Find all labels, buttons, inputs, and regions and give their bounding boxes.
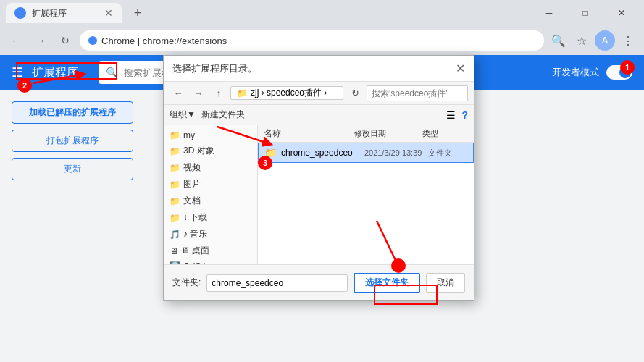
tab-label: 扩展程序 (32, 7, 67, 20)
menu-hamburger-icon[interactable]: ☰ (12, 64, 23, 80)
breadcrumb-text: zjj › speedceo插件 › (251, 87, 327, 99)
menu-icon[interactable]: ⋮ (618, 30, 638, 51)
toggle-knob (619, 67, 631, 78)
dialog-nav: ← → ↑ 📁 zjj › speedceo插件 › ↻ (164, 82, 474, 105)
tree-item[interactable]: 🖥🖥 桌面 (164, 243, 257, 259)
tree-item-icon: 📁 (170, 163, 180, 173)
col-type-header: 类型 (422, 128, 468, 139)
tree-item-icon: 📁 (170, 130, 180, 140)
load-unpacked-button[interactable]: 加载已解压的扩展程序 (12, 101, 133, 124)
search-icon: 🔍 (106, 67, 118, 78)
tree-item-label: ↓ 下载 (183, 211, 207, 224)
extensions-action-buttons: 加载已解压的扩展程序 打包扩展程序 更新 (12, 101, 133, 180)
extensions-title: 扩展程序 (32, 65, 78, 80)
col-date-header: 修改日期 (354, 128, 422, 139)
tree-item-label: 3D 对象 (183, 145, 214, 157)
dialog-title: 选择扩展程序目录。 (172, 62, 257, 75)
pack-extensions-button[interactable]: 打包扩展程序 (12, 130, 133, 152)
restore-btn[interactable]: □ (569, 0, 602, 26)
site-icon (88, 36, 97, 45)
tree-item-label: 🖥 桌面 (181, 245, 209, 257)
update-button[interactable]: 更新 (12, 158, 133, 180)
dev-mode-area: 开发者模式 (552, 65, 632, 80)
minimize-btn[interactable]: ─ (532, 0, 566, 26)
tree-item-label: my (183, 130, 195, 140)
browser-addressbar: ← → ↻ Chrome | chrome://extensions 🔍 ☆ A… (0, 26, 644, 55)
tree-item-icon: 📁 (170, 213, 180, 223)
search-icon[interactable]: 🔍 (548, 30, 569, 51)
dev-mode-toggle[interactable] (606, 65, 632, 80)
dialog-footer: 文件夹: 选择文件夹 取消 (164, 264, 474, 300)
browser-titlebar: 扩展程序 ✕ + ─ □ ✕ (0, 0, 644, 26)
file-type: 文件夹 (428, 148, 467, 159)
file-dialog: 选择扩展程序目录。 ✕ ← → ↑ 📁 zjj › speedceo插件 › ↻… (163, 55, 474, 301)
dialog-titlebar: 选择扩展程序目录。 ✕ (164, 56, 474, 82)
footer-folder-input[interactable] (206, 274, 348, 292)
cancel-btn[interactable]: 取消 (426, 273, 465, 293)
file-date: 2021/3/29 13:39 (364, 148, 424, 157)
file-name: chrome_speedceo (281, 148, 360, 158)
file-icon: 📁 (264, 147, 277, 159)
browser-actions: 🔍 ☆ A ⋮ (548, 30, 638, 51)
tree-item-label: 图片 (183, 178, 201, 190)
dialog-body: 📁my📁3D 对象📁视频📁图片📁文档📁↓ 下载🎵♪ 音乐🖥🖥 桌面💽C (C:)… (164, 125, 474, 264)
new-folder-btn[interactable]: 新建文件夹 (201, 109, 245, 121)
dialog-list-header: 名称 修改日期 类型 (258, 125, 474, 143)
col-name-header: 名称 (264, 127, 354, 140)
tree-item-icon: 📁 (170, 196, 180, 206)
extensions-sidebar: 加载已解压的扩展程序 打包扩展程序 更新 (0, 90, 145, 362)
tree-item-icon: 📁 (170, 180, 180, 190)
avatar[interactable]: A (595, 30, 615, 51)
dialog-close-btn[interactable]: ✕ (456, 62, 465, 75)
address-text: Chrome | chrome://extensions (101, 35, 227, 46)
help-icon[interactable]: ? (461, 109, 468, 121)
tree-item-icon: 🎵 (170, 230, 180, 240)
tree-item[interactable]: 🎵♪ 音乐 (164, 226, 257, 243)
dialog-back-btn[interactable]: ← (170, 85, 187, 102)
tree-item-icon: 📁 (170, 146, 180, 156)
dialog-up-btn[interactable]: ↑ (210, 85, 227, 102)
breadcrumb[interactable]: 📁 zjj › speedceo插件 › (230, 86, 343, 100)
dialog-search-input[interactable] (367, 85, 468, 101)
tree-item-icon: 🖥 (170, 246, 178, 256)
footer-folder-label: 文件夹: (172, 277, 201, 289)
dialog-file-list: 📁 chrome_speedceo 2021/3/29 13:39 文件夹 (258, 143, 474, 264)
tree-item[interactable]: 💽C (C:) (164, 259, 257, 264)
tab-close-btn[interactable]: ✕ (104, 7, 113, 19)
file-item[interactable]: 📁 chrome_speedceo 2021/3/29 13:39 文件夹 (258, 143, 474, 163)
window-controls: ─ □ ✕ (532, 0, 638, 26)
tree-item[interactable]: 📁文档 (164, 193, 257, 209)
view-icon[interactable]: ☰ (446, 109, 456, 121)
back-btn[interactable]: ← (6, 30, 26, 51)
tree-item-label: ♪ 音乐 (183, 228, 207, 240)
tree-item[interactable]: 📁↓ 下载 (164, 209, 257, 226)
bookmark-icon[interactable]: ☆ (572, 30, 592, 51)
tree-item[interactable]: 📁my (164, 128, 257, 143)
refresh-btn[interactable]: ↻ (55, 30, 75, 51)
tree-item[interactable]: 📁图片 (164, 176, 257, 193)
tree-item[interactable]: 📁3D 对象 (164, 143, 257, 159)
dialog-tree: 📁my📁3D 对象📁视频📁图片📁文档📁↓ 下载🎵♪ 音乐🖥🖥 桌面💽C (C:)… (164, 125, 258, 264)
new-tab-btn[interactable]: + (127, 3, 148, 23)
browser-tab[interactable]: 扩展程序 ✕ (6, 3, 122, 23)
tree-item-label: 文档 (183, 195, 201, 207)
dev-mode-label: 开发者模式 (552, 66, 599, 79)
dialog-toolbar: 组织▼ 新建文件夹 ☰ ? (164, 105, 474, 125)
dialog-forward-btn[interactable]: → (190, 85, 207, 102)
dialog-refresh-btn[interactable]: ↻ (346, 85, 364, 102)
select-folder-btn[interactable]: 选择文件夹 (354, 273, 420, 293)
dialog-main: 名称 修改日期 类型 📁 chrome_speedceo 2021/3/29 1… (258, 125, 474, 264)
tree-item-label: 视频 (183, 161, 201, 174)
folder-icon: 📁 (237, 88, 248, 98)
tab-favicon (14, 7, 26, 19)
tree-item[interactable]: 📁视频 (164, 159, 257, 176)
forward-btn[interactable]: → (30, 30, 51, 51)
organize-btn[interactable]: 组织▼ (170, 109, 196, 121)
close-btn[interactable]: ✕ (605, 0, 638, 26)
address-box[interactable]: Chrome | chrome://extensions (80, 30, 544, 51)
